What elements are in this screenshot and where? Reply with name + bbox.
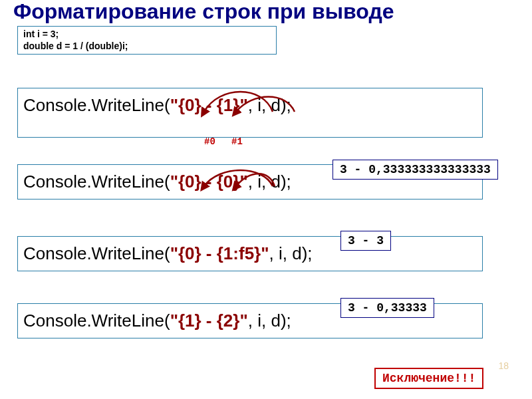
output-box-3: 3 - 0,33333 [340, 298, 434, 318]
code2-prefix: Console.WriteLine( [23, 172, 170, 192]
label-hash1: #1 [231, 136, 243, 147]
code2-fmt: "{0} - {0}" [170, 172, 248, 192]
code2-suffix: , i, d); [248, 172, 291, 192]
output-box-1: 3 - 0,333333333333333 [332, 160, 498, 180]
code-box-3: Console.WriteLine("{0} - {1:f5}", i, d); [17, 236, 483, 271]
page-number: 18 [498, 360, 509, 371]
decl-line-2: double d = 1 / (double)i; [23, 40, 271, 52]
code3-suffix: , i, d); [269, 243, 313, 263]
exception-box: Исключение!!! [374, 368, 483, 389]
slide-title: Форматирование строк при выводе [0, 0, 532, 23]
decl-line-1: int i = 3; [23, 28, 271, 40]
code1-suffix: , i, d); [248, 95, 291, 115]
code3-fmt: "{0} - {1:f5}" [170, 243, 269, 263]
code4-suffix: , i, d); [248, 311, 291, 331]
code-box-1: Console.WriteLine("{0} - {1}", i, d); [17, 88, 483, 138]
arrows-ex1 [0, 0, 532, 166]
code4-prefix: Console.WriteLine( [23, 311, 170, 331]
label-hash0: #0 [204, 136, 215, 147]
output-box-2: 3 - 3 [340, 231, 391, 251]
code3-prefix: Console.WriteLine( [23, 243, 170, 263]
decl-box: int i = 3; double d = 1 / (double)i; [17, 26, 277, 54]
code1-prefix: Console.WriteLine( [23, 95, 170, 115]
code1-fmt: "{0} - {1}" [170, 95, 248, 115]
code4-fmt: "{1} - {2}" [170, 311, 248, 331]
